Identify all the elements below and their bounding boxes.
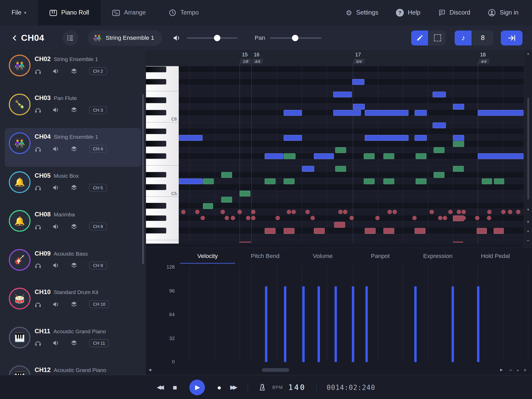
tab-velocity[interactable]: Velocity	[179, 248, 236, 264]
midi-note[interactable]	[364, 178, 375, 184]
midi-note[interactable]	[179, 178, 202, 184]
scroll-left-icon[interactable]: ◀	[149, 368, 151, 371]
track-avatar[interactable]: 🎸	[9, 249, 31, 271]
track-row[interactable]: 🔔 CH05 Music Box CH 5	[5, 167, 141, 206]
piano-key-black[interactable]	[146, 66, 166, 72]
scroll-down-icon[interactable]: ▼	[524, 208, 532, 211]
track-row[interactable]: 🎹 CH12 Acoustic Grand Piano CH 12	[5, 361, 141, 375]
midi-note[interactable]	[478, 154, 523, 159]
velocity-bar[interactable]	[352, 286, 354, 362]
volume-slider[interactable]	[187, 37, 238, 38]
track-channel-badge[interactable]: CH 2	[89, 67, 107, 75]
drum-note[interactable]	[195, 210, 200, 214]
pencil-tool-button[interactable]	[411, 30, 428, 45]
midi-note[interactable]	[433, 91, 446, 97]
midi-note[interactable]	[453, 166, 464, 172]
midi-note[interactable]	[302, 166, 314, 172]
vertical-scrollbar[interactable]: ▲ ▼ + ● −	[524, 50, 532, 248]
time-signature-badge[interactable]: 4/4	[478, 59, 490, 64]
midi-note[interactable]	[365, 228, 376, 234]
drum-note[interactable]	[287, 210, 291, 214]
pan-slider-knob[interactable]	[292, 35, 298, 41]
track-channel-badge[interactable]: CH 5	[89, 184, 107, 191]
vertical-scroll-thumb[interactable]	[527, 98, 529, 200]
drum-note[interactable]	[393, 210, 397, 214]
tab-panpot[interactable]: Panpot	[351, 248, 409, 264]
midi-note[interactable]	[365, 135, 408, 141]
midi-note[interactable]	[416, 178, 427, 184]
midi-note[interactable]	[221, 197, 232, 203]
piano-key-black[interactable]	[146, 215, 166, 221]
track-row[interactable]: 🥁 CH10 Standard Drum Kit CH 10	[5, 283, 141, 322]
speaker-icon[interactable]	[52, 68, 59, 75]
velocity-bar[interactable]	[365, 286, 368, 362]
midi-note[interactable]	[333, 110, 361, 116]
horizontal-scroll-thumb[interactable]	[262, 368, 289, 372]
tab-piano-roll[interactable]: Piano Roll	[38, 0, 101, 25]
midi-note[interactable]	[265, 228, 276, 234]
back-button[interactable]	[10, 33, 20, 43]
midi-note[interactable]	[314, 228, 325, 234]
velocity-bar[interactable]	[284, 286, 286, 362]
piano-key-black[interactable]	[146, 184, 166, 190]
drum-note[interactable]	[457, 210, 461, 214]
scroll-up-icon[interactable]: ▲	[524, 52, 532, 55]
velocity-bar[interactable]	[335, 286, 337, 362]
midi-note[interactable]	[314, 154, 334, 159]
layers-icon[interactable]	[71, 107, 77, 113]
go-to-end-button[interactable]	[501, 30, 523, 45]
layers-icon[interactable]	[71, 145, 77, 152]
piano-key-black[interactable]	[146, 141, 166, 147]
track-row[interactable]: 🎸 CH09 Acoustic Bass CH 9	[5, 244, 141, 283]
tab-tempo[interactable]: Tempo	[157, 0, 210, 25]
midi-note[interactable]	[203, 178, 214, 184]
stop-button[interactable]: ■	[173, 383, 177, 391]
track-channel-badge[interactable]: CH 3	[89, 106, 107, 114]
time-signature-badge[interactable]: 1/8	[240, 59, 252, 64]
midi-note[interactable]	[453, 141, 464, 147]
layers-icon[interactable]	[71, 223, 77, 230]
midi-note[interactable]	[415, 228, 425, 234]
track-avatar[interactable]: 🎹	[9, 365, 31, 375]
midi-note[interactable]	[383, 228, 394, 234]
midi-note[interactable]	[434, 172, 444, 178]
note-length-button[interactable]: ♪	[455, 30, 471, 45]
track-avatar[interactable]: 🍾	[9, 94, 31, 115]
headphones-icon[interactable]	[35, 340, 41, 346]
piano-keys[interactable]: C6C5	[146, 66, 179, 244]
midi-note[interactable]	[415, 110, 427, 116]
track-row[interactable]: 🎹 CH11 Acoustic Grand Piano CH 11	[5, 322, 141, 361]
midi-note[interactable]	[364, 154, 375, 159]
track-list-button[interactable]	[63, 30, 78, 46]
piano-key-black[interactable]	[146, 172, 166, 178]
midi-note[interactable]	[284, 178, 295, 184]
midi-note[interactable]	[494, 228, 504, 234]
track-avatar[interactable]: 🔔	[9, 210, 31, 232]
bpm-value[interactable]: 140	[288, 383, 306, 392]
forward-button[interactable]: ▶▶	[230, 384, 237, 391]
velocity-bar[interactable]	[414, 286, 417, 362]
track-row[interactable]: 🍾 CH03 Pan Flute CH 3	[5, 89, 141, 128]
h-zoom-in-button[interactable]: +	[523, 367, 527, 373]
midi-note[interactable]	[478, 110, 523, 116]
midi-note[interactable]	[494, 178, 504, 184]
midi-note[interactable]	[352, 79, 364, 85]
headphones-icon[interactable]	[35, 223, 41, 230]
drum-note[interactable]	[338, 210, 343, 214]
midi-note[interactable]	[335, 147, 346, 153]
midi-note[interactable]	[434, 147, 444, 153]
headphones-icon[interactable]	[35, 301, 41, 308]
track-channel-badge[interactable]: CH 11	[89, 339, 109, 347]
help-button[interactable]: ? Help	[387, 0, 429, 25]
track-channel-badge[interactable]: CH 8	[89, 223, 107, 230]
drum-note[interactable]	[516, 210, 521, 214]
drum-note[interactable]	[305, 210, 310, 214]
track-row[interactable]: 👫 CH04 String Ensemble 1 CH 4	[5, 128, 141, 167]
h-zoom-out-button[interactable]: −	[509, 367, 512, 373]
track-avatar[interactable]: 🎹	[9, 327, 31, 348]
h-zoom-reset-button[interactable]: ●	[517, 369, 518, 372]
midi-note[interactable]	[335, 166, 346, 172]
track-channel-badge[interactable]: CH 4	[89, 145, 107, 153]
midi-note[interactable]	[453, 135, 464, 141]
speaker-icon[interactable]	[52, 262, 59, 269]
